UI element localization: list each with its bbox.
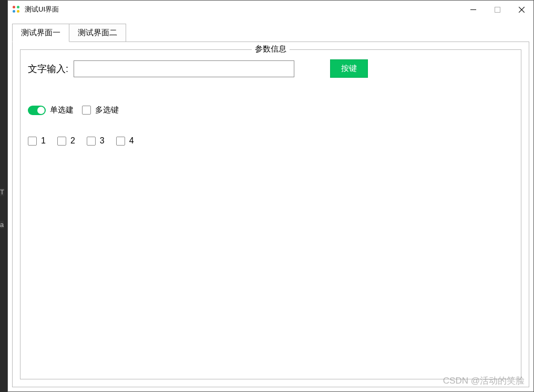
radio-switch[interactable] [28, 106, 46, 115]
multi-checkbox-label: 多选键 [95, 105, 119, 115]
app-icon [12, 5, 20, 14]
checkbox-2-label: 2 [70, 136, 75, 146]
titlebar: 测试UI界面 [8, 1, 533, 18]
tab-test-page-2[interactable]: 测试界面二 [69, 24, 126, 42]
background-fragment: a [0, 221, 4, 229]
checkbox-group-3: 3 [87, 136, 105, 146]
titlebar-buttons [461, 1, 533, 18]
groupbox-params: 参数信息 文字输入: 按键 单选建 多选键 [20, 49, 521, 379]
tab-test-page-1[interactable]: 测试界面一 [12, 24, 69, 42]
checkbox-row: 1 2 3 4 [28, 136, 514, 146]
checkbox-3-label: 3 [100, 136, 105, 146]
groupbox-title: 参数信息 [252, 44, 290, 54]
app-window: 测试UI界面 测试界面一 测试界面二 参数信息 文字输入: [7, 0, 534, 392]
checkbox-group-1: 1 [28, 136, 46, 146]
text-input-label: 文字输入: [28, 63, 68, 75]
tab-content: 参数信息 文字输入: 按键 单选建 多选键 [12, 42, 529, 387]
action-button[interactable]: 按键 [330, 59, 368, 78]
maximize-button[interactable] [485, 1, 509, 18]
svg-rect-1 [495, 7, 500, 12]
background-fragment: T [0, 188, 4, 196]
multi-checkbox[interactable] [82, 106, 91, 115]
checkbox-4[interactable] [116, 137, 125, 146]
checkbox-group-2: 2 [57, 136, 75, 146]
tabbar: 测试界面一 测试界面二 [12, 24, 529, 42]
toggle-row: 单选建 多选键 [28, 105, 514, 115]
radio-switch-label: 单选建 [50, 105, 74, 115]
window-title: 测试UI界面 [25, 5, 59, 14]
minimize-button[interactable] [461, 1, 485, 18]
switch-knob-icon [37, 107, 45, 114]
checkbox-4-label: 4 [129, 136, 134, 146]
client-area: 测试界面一 测试界面二 参数信息 文字输入: 按键 单选建 多选键 [8, 18, 533, 391]
checkbox-1-label: 1 [41, 136, 46, 146]
text-input-row: 文字输入: 按键 [28, 59, 514, 78]
close-button[interactable] [509, 1, 533, 18]
checkbox-group-4: 4 [116, 136, 134, 146]
text-input[interactable] [74, 60, 294, 77]
checkbox-2[interactable] [57, 137, 66, 146]
checkbox-3[interactable] [87, 137, 96, 146]
checkbox-1[interactable] [28, 137, 37, 146]
